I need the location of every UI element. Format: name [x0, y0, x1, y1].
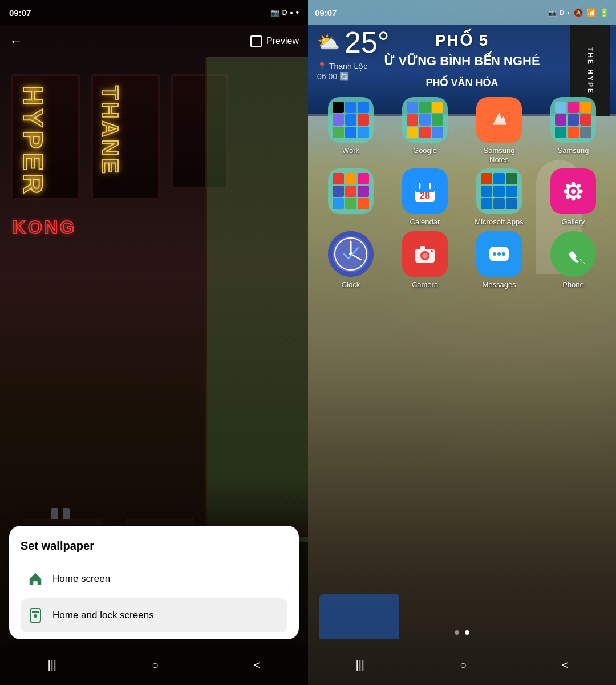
- neon-kong: KONG: [13, 217, 76, 238]
- preview-button[interactable]: Preview: [250, 35, 299, 47]
- svg-point-14: [572, 182, 576, 186]
- g-mini-5: [419, 114, 431, 126]
- restaurant-scene: HYPER THANE KONG: [0, 57, 308, 542]
- fb3-mini: [345, 114, 356, 126]
- app-gallery[interactable]: Gallery: [542, 168, 605, 227]
- nav-bar-right: ||| ○ <: [308, 645, 616, 685]
- svg-point-17: [579, 190, 583, 194]
- app-work[interactable]: Work: [319, 97, 382, 164]
- gallery-label: Gallery: [561, 217, 585, 227]
- glass-2: [63, 508, 70, 519]
- app-mini-1: [333, 114, 344, 126]
- app-messages[interactable]: Messages: [468, 231, 530, 289]
- phone-icon: [550, 231, 596, 277]
- back-nav-button-right[interactable]: <: [550, 653, 580, 678]
- samsung2-label: Samsung: [558, 146, 589, 155]
- app-clock[interactable]: Clock: [319, 231, 382, 289]
- g-mini-3: [432, 102, 443, 113]
- s-mini-2: [568, 102, 579, 113]
- s-mini-1: [555, 102, 566, 113]
- app-google[interactable]: Google: [394, 97, 456, 164]
- svg-point-15: [572, 197, 576, 201]
- app-row-2: 28 Calendar: [314, 168, 610, 227]
- calendar-label: Calendar: [410, 217, 440, 227]
- app-samsung-notes[interactable]: SamsungNotes: [468, 97, 530, 164]
- fb4-mini: [345, 127, 356, 138]
- google-folder-icon: [402, 97, 448, 143]
- weather-widget: ⛅ 25° 📍 Thanh Lộc 06:00 🔄: [317, 25, 390, 81]
- svg-point-36: [493, 252, 496, 256]
- f2-mini-1: [333, 173, 344, 184]
- messages-icon: [476, 231, 522, 277]
- recent-apps-button-left[interactable]: |||: [36, 653, 68, 678]
- right-panel: PHỐ 5 Ừ VỮNG BÌNH BẾN NGHÉ PHỐ VĂN HÓA T…: [308, 0, 616, 685]
- g-mini-6: [432, 114, 443, 126]
- page-dots: [308, 630, 616, 635]
- calendar-icon: 28: [402, 168, 448, 214]
- home-button-right[interactable]: ○: [448, 653, 478, 678]
- page-dot-2: [465, 630, 469, 635]
- neon-thane: THANE: [97, 86, 123, 176]
- home-lock-option[interactable]: Home and lock screens: [21, 598, 287, 632]
- app-camera[interactable]: Camera: [394, 231, 456, 289]
- g-mini-9: [432, 127, 443, 138]
- svg-point-21: [566, 195, 570, 199]
- app-microsoft[interactable]: Microsoft Apps: [468, 168, 530, 227]
- clock-label: Clock: [342, 280, 360, 289]
- status-time-right: 09:07: [315, 8, 337, 18]
- home-lock-icon: [27, 607, 43, 623]
- signal-icon: ▪: [568, 9, 570, 16]
- yt-mini: [358, 114, 369, 126]
- nav-bar-left: ||| ○ <: [0, 645, 308, 685]
- app-mini-2: [333, 127, 344, 138]
- g-mini-1: [407, 102, 418, 113]
- samsung-notes-icon: [476, 97, 522, 143]
- status-bar-right: 09:07 📷 D ▪ 🔕 📶 🔋: [308, 0, 616, 25]
- microsoft-grid: [476, 168, 522, 214]
- location-pin-icon: 📍: [317, 62, 327, 71]
- s-mini-9: [580, 127, 591, 138]
- s-mini-4: [555, 114, 566, 126]
- table-2: [125, 518, 194, 525]
- m-mini-4: [481, 186, 492, 197]
- camera-icon: [402, 231, 448, 277]
- app-folder2[interactable]: [319, 168, 382, 227]
- app-samsung2[interactable]: Samsung: [542, 97, 605, 164]
- camera-notification-icon: 📷: [271, 9, 279, 17]
- home-button-left[interactable]: ○: [140, 653, 170, 678]
- g-mini-7: [407, 127, 418, 138]
- g-mini-8: [419, 127, 431, 138]
- app-calendar[interactable]: 28 Calendar: [394, 168, 456, 227]
- back-button[interactable]: ←: [9, 33, 23, 49]
- home-screen-option[interactable]: Home screen: [21, 562, 287, 596]
- work-folder-grid: [328, 97, 374, 143]
- svg-point-31: [422, 253, 428, 259]
- app-mini-3: [358, 127, 369, 138]
- app-row-3: Clock Camera: [314, 231, 610, 289]
- home-lock-label: Home and lock screens: [52, 610, 154, 621]
- status-bar-left: 09:07 📷 D ▪ •: [0, 0, 308, 25]
- weather-temp: 25°: [345, 25, 390, 59]
- folder2-grid: [328, 168, 374, 214]
- work-label: Work: [342, 146, 359, 155]
- glass-1: [51, 508, 58, 519]
- status-time-left: 09:07: [9, 8, 31, 18]
- recent-apps-button-right[interactable]: |||: [344, 653, 376, 678]
- app-phone[interactable]: Phone: [542, 231, 605, 289]
- work-folder-icon: [328, 97, 374, 143]
- back-nav-button-left[interactable]: <: [242, 653, 272, 678]
- app-row-1: Work Google: [314, 97, 610, 164]
- weather-temp-row: ⛅ 25°: [317, 25, 390, 59]
- svg-rect-32: [420, 246, 425, 249]
- microsoft-icon: [476, 168, 522, 214]
- f2-mini-6: [358, 186, 369, 197]
- weather-location-row: 📍 Thanh Lộc: [317, 62, 390, 71]
- s-mini-5: [568, 114, 579, 126]
- left-panel: HYPER THANE KONG 09:07 📷 D ▪ • ← Prev: [0, 0, 308, 685]
- m-mini-8: [493, 198, 505, 209]
- svg-point-13: [571, 189, 576, 194]
- f2-mini-4: [333, 186, 344, 197]
- m-mini-6: [506, 186, 517, 197]
- samsung2-folder-grid: [550, 97, 596, 143]
- app-grid: Work Google: [308, 97, 616, 293]
